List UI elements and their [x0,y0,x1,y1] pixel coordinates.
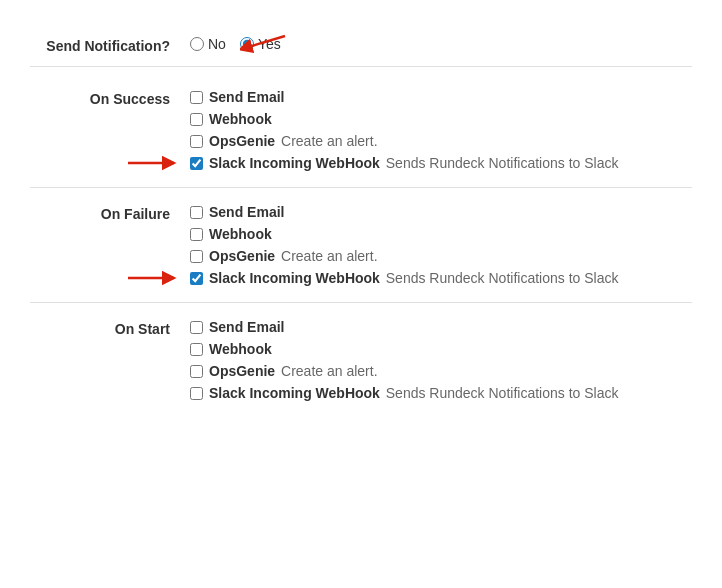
success-slack-checkbox[interactable] [190,157,203,170]
list-item: Send Email [190,89,618,105]
no-radio-label[interactable]: No [190,36,226,52]
on-failure-row: On Failure Send Email Webhook [30,198,692,292]
red-arrow-failure-icon [128,267,183,289]
notification-radio-group: No Yes [190,36,281,52]
send-notification-label: Send Notification? [30,36,190,54]
on-success-section: On Success Send Email Webhook [30,73,692,188]
success-opsgenie-checkbox[interactable] [190,135,203,148]
success-email-checkbox[interactable] [190,91,203,104]
failure-slack-checkbox[interactable] [190,272,203,285]
start-email-label[interactable]: Send Email [209,319,284,335]
list-item: Slack Incoming WebHook Sends Rundeck Not… [190,385,618,401]
no-radio-text: No [208,36,226,52]
start-webhook-checkbox[interactable] [190,343,203,356]
no-radio[interactable] [190,37,204,51]
on-start-label: On Start [30,319,190,337]
success-opsgenie-label[interactable]: OpsGenie Create an alert. [209,133,378,149]
failure-webhook-label[interactable]: Webhook [209,226,272,242]
start-slack-label[interactable]: Slack Incoming WebHook Sends Rundeck Not… [209,385,618,401]
success-webhook-label[interactable]: Webhook [209,111,272,127]
on-start-options: Send Email Webhook OpsGenie Create an al… [190,319,618,401]
yes-radio-label[interactable]: Yes [240,36,281,52]
send-notification-row: Send Notification? No Yes [30,30,692,60]
list-item: Webhook [190,341,618,357]
on-success-options: Send Email Webhook OpsGenie Create an al… [190,89,618,171]
yes-radio-text: Yes [258,36,281,52]
on-start-row: On Start Send Email Webhook [30,313,692,407]
success-email-label[interactable]: Send Email [209,89,284,105]
list-item: Send Email [190,319,618,335]
start-slack-checkbox[interactable] [190,387,203,400]
yes-radio[interactable] [240,37,254,51]
start-email-checkbox[interactable] [190,321,203,334]
on-start-section: On Start Send Email Webhook [30,303,692,417]
list-item: Webhook [190,111,618,127]
list-item: OpsGenie Create an alert. [190,363,618,379]
start-webhook-label[interactable]: Webhook [209,341,272,357]
start-opsgenie-label[interactable]: OpsGenie Create an alert. [209,363,378,379]
list-item: Webhook [190,226,618,242]
on-failure-options: Send Email Webhook OpsGenie Create an al… [190,204,618,286]
list-item: Slack Incoming WebHook Sends Rundeck Not… [190,155,618,171]
list-item: Send Email [190,204,618,220]
start-opsgenie-checkbox[interactable] [190,365,203,378]
on-failure-label: On Failure [30,204,190,222]
success-slack-label[interactable]: Slack Incoming WebHook Sends Rundeck Not… [209,155,618,171]
list-item: OpsGenie Create an alert. [190,248,618,264]
list-item: OpsGenie Create an alert. [190,133,618,149]
failure-slack-label[interactable]: Slack Incoming WebHook Sends Rundeck Not… [209,270,618,286]
failure-opsgenie-checkbox[interactable] [190,250,203,263]
on-success-row: On Success Send Email Webhook [30,83,692,177]
failure-email-checkbox[interactable] [190,206,203,219]
failure-opsgenie-label[interactable]: OpsGenie Create an alert. [209,248,378,264]
red-arrow-success-icon [128,152,183,174]
on-success-label: On Success [30,89,190,107]
on-failure-section: On Failure Send Email Webhook [30,188,692,303]
failure-email-label[interactable]: Send Email [209,204,284,220]
success-webhook-checkbox[interactable] [190,113,203,126]
list-item: Slack Incoming WebHook Sends Rundeck Not… [190,270,618,286]
failure-webhook-checkbox[interactable] [190,228,203,241]
